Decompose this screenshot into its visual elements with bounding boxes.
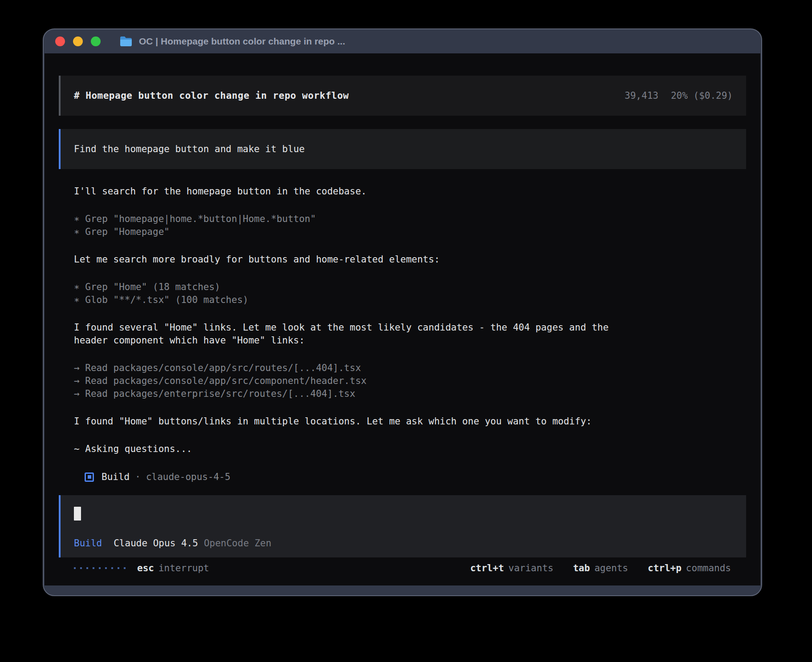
tool-call-line: ∗ Grep "Home" (18 matches) xyxy=(74,281,731,294)
close-button[interactable] xyxy=(55,36,65,46)
shortcut-interrupt: esc interrupt xyxy=(137,563,209,573)
composer-model[interactable]: Claude Opus 4.5 xyxy=(114,538,198,549)
transcript-line: Let me search more broadly for buttons a… xyxy=(74,253,731,266)
tool-call-line: → Read packages/console/app/src/routes/[… xyxy=(74,362,731,375)
folder-icon xyxy=(119,36,133,47)
tool-call-line: → Read packages/enterprise/src/routes/[.… xyxy=(74,388,731,400)
shortcut-agents: tab agents xyxy=(573,563,628,573)
key-tab: tab xyxy=(573,563,590,573)
assistant-text-block: I found "Home" buttons/links in multiple… xyxy=(74,415,731,428)
session-header: # Homepage button color change in repo w… xyxy=(59,76,746,116)
composer-meta: Build Claude Opus 4.5 OpenCode Zen xyxy=(74,538,733,549)
maximize-button[interactable] xyxy=(91,36,101,46)
session-title: # Homepage button color change in repo w… xyxy=(74,90,349,101)
statusbar: esc interrupt ctrl+t variants tab agents… xyxy=(59,561,746,575)
user-message: Find the homepage button and make it blu… xyxy=(59,129,746,169)
assistant-text-block: I'll search for the homepage button in t… xyxy=(74,185,731,198)
key-tab-label: agents xyxy=(594,563,628,573)
transcript-line: I'll search for the homepage button in t… xyxy=(74,185,731,198)
separator-dot: · xyxy=(135,472,141,482)
window-title: OC | Homepage button color change in rep… xyxy=(139,36,345,47)
key-esc-label: interrupt xyxy=(158,563,209,573)
shortcut-commands: ctrl+p commands xyxy=(648,563,731,573)
tool-call-line: ∗ Grep "homepage|home.*button|Home.*butt… xyxy=(74,213,731,226)
statusbar-left: esc interrupt xyxy=(74,563,209,573)
assistant-status-block: ~ Asking questions... xyxy=(74,443,731,456)
tool-call-block: → Read packages/console/app/src/routes/[… xyxy=(74,362,731,400)
statusbar-right: ctrl+t variants tab agents ctrl+p comman… xyxy=(470,563,731,573)
assistant-text-block: I found several "Home" links. Let me loo… xyxy=(74,321,731,347)
session-stats: 39,413 20% ($0.29) xyxy=(625,90,733,101)
tool-call-line: ∗ Grep "Homepage" xyxy=(74,226,731,238)
agent-model: claude-opus-4-5 xyxy=(146,472,231,482)
tool-call-line: → Read packages/console/app/src/componen… xyxy=(74,375,731,388)
transcript-line: ~ Asking questions... xyxy=(74,443,731,456)
activity-spinner-dots xyxy=(74,567,126,569)
transcript-line: I found "Home" buttons/links in multiple… xyxy=(74,415,731,428)
composer-provider: OpenCode Zen xyxy=(204,538,272,549)
user-message-text: Find the homepage button and make it blu… xyxy=(74,144,304,154)
key-ctrl-p-label: commands xyxy=(686,563,731,573)
agent-name: Build xyxy=(102,472,130,482)
build-agent-icon xyxy=(85,472,94,482)
text-cursor xyxy=(74,507,81,521)
tool-call-block: ∗ Grep "Home" (18 matches) ∗ Glob "**/*.… xyxy=(74,281,731,307)
key-ctrl-t: ctrl+t xyxy=(470,563,504,573)
context-cost: 20% ($0.29) xyxy=(671,90,733,101)
assistant-text-block: Let me search more broadly for buttons a… xyxy=(74,253,731,266)
traffic-lights xyxy=(55,36,101,46)
title-group: OC | Homepage button color change in rep… xyxy=(119,36,345,47)
transcript-line: header component which have "Home" links… xyxy=(74,334,731,347)
terminal-window: OC | Homepage button color change in rep… xyxy=(43,28,762,596)
prompt-input[interactable]: Build Claude Opus 4.5 OpenCode Zen xyxy=(59,495,746,557)
terminal-content: # Homepage button color change in repo w… xyxy=(45,53,760,585)
shortcut-variants: ctrl+t variants xyxy=(470,563,553,573)
tool-call-block: ∗ Grep "homepage|home.*button|Home.*butt… xyxy=(74,213,731,238)
minimize-button[interactable] xyxy=(73,36,83,46)
key-esc: esc xyxy=(137,563,154,573)
assistant-transcript: I'll search for the homepage button in t… xyxy=(59,185,746,470)
token-count: 39,413 xyxy=(625,90,658,101)
agent-status-row: Build · claude-opus-4-5 xyxy=(69,470,746,484)
key-ctrl-t-label: variants xyxy=(508,563,553,573)
composer-mode[interactable]: Build xyxy=(74,538,102,549)
titlebar[interactable]: OC | Homepage button color change in rep… xyxy=(44,29,761,53)
transcript-line: I found several "Home" links. Let me loo… xyxy=(74,321,731,334)
tool-call-line: ∗ Glob "**/*.tsx" (100 matches) xyxy=(74,294,731,307)
key-ctrl-p: ctrl+p xyxy=(648,563,682,573)
